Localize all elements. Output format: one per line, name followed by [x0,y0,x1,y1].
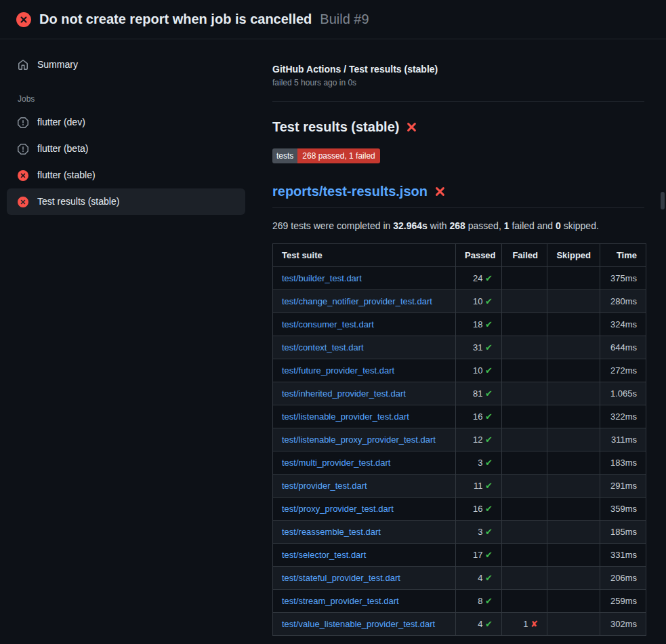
table-row: test/stream_provider_test.dart 8 ✔ 259ms [273,590,646,613]
test-suite-link[interactable]: test/listenable_proxy_provider_test.dart [282,435,436,445]
table-row: test/listenable_provider_test.dart 16 ✔ … [273,405,646,428]
x-icon [406,121,417,133]
table-row: test/selector_test.dart 17 ✔ 331ms [273,544,646,567]
report-file-link[interactable]: reports/test-results.json [272,184,428,199]
passed-count: 24 [473,273,482,283]
failed-status-icon [18,170,28,181]
check-icon: ✔ [485,273,493,283]
x-icon [434,186,446,197]
test-summary-line: 269 tests were completed in 32.964s with… [272,220,644,231]
passed-cell: 10 ✔ [456,290,502,313]
time-cell: 331ms [600,544,646,567]
failed-cell [502,544,547,567]
failed-cell [502,521,547,544]
failed-cell [502,567,547,590]
skipped-cell [547,498,600,521]
check-icon: ✔ [485,481,493,491]
results-table-body: test/builder_test.dart 24 ✔ 375ms test/c… [273,267,646,636]
x-icon: ✘ [530,619,538,629]
failed-cell [502,382,547,405]
time-cell: 206ms [600,567,646,590]
home-icon [18,60,28,71]
table-row: test/builder_test.dart 24 ✔ 375ms [273,267,646,290]
suite-cell: test/context_test.dart [273,336,456,359]
sidebar-item-label: flutter (stable) [37,169,96,181]
passed-cell: 31 ✔ [456,336,502,359]
time-value: 259ms [610,596,637,606]
time-cell: 291ms [600,475,646,498]
passed-count: 3 [478,527,482,537]
test-suite-link[interactable]: test/reassemble_test.dart [282,527,381,537]
failed-cell [502,336,547,359]
check-icon: ✔ [485,435,493,445]
table-row: test/proxy_provider_test.dart 16 ✔ 359ms [273,498,646,521]
time-cell: 311ms [600,428,646,451]
table-row: test/reassemble_test.dart 3 ✔ 185ms [273,521,646,544]
check-icon: ✔ [485,504,493,514]
passed-cell: 17 ✔ [456,544,502,567]
test-suite-link[interactable]: test/context_test.dart [282,342,364,353]
suite-cell: test/builder_test.dart [273,267,456,290]
test-suite-link[interactable]: test/change_notifier_provider_test.dart [282,296,432,306]
skipped-cell [547,405,600,428]
test-suite-link[interactable]: test/value_listenable_provider_test.dart [282,619,435,629]
table-row: test/context_test.dart 31 ✔ 644ms [273,336,646,359]
sidebar-item-test-results-stable[interactable]: Test results (stable) [7,188,245,215]
failed-cell: 1 ✘ [502,613,547,636]
suite-cell: test/reassemble_test.dart [273,521,456,544]
time-value: 280ms [610,296,637,306]
skipped-cell [547,451,600,475]
col-header-test-suite: Test suite [273,244,456,267]
suite-cell: test/multi_provider_test.dart [273,451,456,475]
sidebar-item-label: Test results (stable) [37,196,119,207]
suite-cell: test/change_notifier_provider_test.dart [273,290,456,313]
sidebar: Summary Jobs flutter (dev) flutter (beta… [0,39,252,215]
main-content: GitHub Actions / Test results (stable) f… [252,39,666,636]
suite-cell: test/stateful_provider_test.dart [273,567,456,590]
test-suite-link[interactable]: test/multi_provider_test.dart [282,458,390,468]
test-suite-link[interactable]: test/selector_test.dart [282,550,366,560]
check-icon: ✔ [485,550,493,560]
section-title-text: Test results (stable) [272,119,399,135]
failed-count: 1 [523,619,528,629]
failed-status-icon [18,197,28,207]
test-suite-link[interactable]: test/stateful_provider_test.dart [282,573,400,583]
time-cell: 375ms [600,267,646,290]
suite-cell: test/selector_test.dart [273,544,456,567]
time-value: 311ms [611,435,637,445]
time-cell: 644ms [600,336,646,359]
test-suite-link[interactable]: test/builder_test.dart [282,273,362,283]
sidebar-item-summary[interactable]: Summary [7,52,245,78]
col-header-time: Time [600,244,646,267]
col-header-skipped: Skipped [547,244,600,267]
sidebar-item-flutter-beta[interactable]: flutter (beta) [7,136,245,162]
skipped-cell [547,567,600,590]
check-icon: ✔ [485,458,493,468]
test-suite-link[interactable]: test/consumer_test.dart [282,319,374,329]
table-row: test/listenable_proxy_provider_test.dart… [273,428,646,451]
time-value: 324ms [610,319,637,329]
failed-status-icon [16,12,31,27]
badge-label: tests [272,148,297,163]
test-suite-link[interactable]: test/stream_provider_test.dart [282,596,399,606]
section-title: Test results (stable) [272,119,644,135]
skipped-cell [547,359,600,382]
passed-count: 18 [473,319,482,329]
test-suite-link[interactable]: test/proxy_provider_test.dart [282,504,394,514]
test-suite-link[interactable]: test/inherited_provider_test.dart [282,388,406,399]
suite-cell: test/stream_provider_test.dart [273,590,456,613]
sidebar-item-flutter-dev[interactable]: flutter (dev) [7,109,245,136]
time-cell: 1.065s [600,382,646,405]
time-cell: 272ms [600,359,646,382]
time-value: 291ms [610,481,637,491]
test-suite-link[interactable]: test/listenable_provider_test.dart [282,411,409,422]
passed-count: 81 [473,388,482,399]
skipped-cell [547,428,600,451]
scrollbar-thumb[interactable] [661,192,665,209]
test-suite-link[interactable]: test/future_provider_test.dart [282,365,394,376]
workflow-run-title: Do not create report when job is cancell… [39,12,312,27]
passed-count: 31 [473,342,482,353]
test-suite-link[interactable]: test/provider_test.dart [282,481,367,491]
cancelled-status-icon [18,144,28,155]
sidebar-item-flutter-stable[interactable]: flutter (stable) [7,162,245,188]
